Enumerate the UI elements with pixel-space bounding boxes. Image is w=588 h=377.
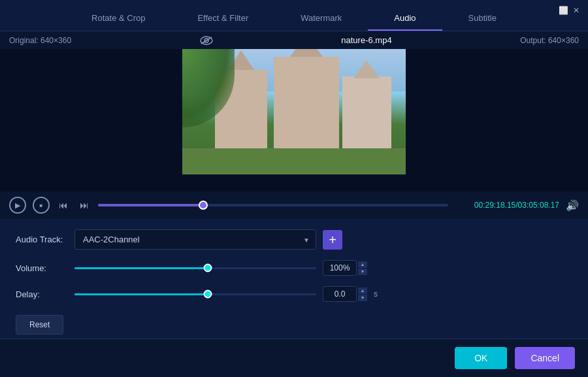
delay-up-btn[interactable]: ▲ [358, 287, 367, 294]
volume-up-btn[interactable]: ▲ [358, 261, 367, 268]
tab-subtitle[interactable]: Subtitle [442, 5, 523, 31]
progress-bar[interactable] [98, 204, 448, 206]
delay-slider-fill [74, 293, 208, 295]
cancel-button[interactable]: Cancel [515, 347, 575, 369]
volume-slider-fill [74, 267, 208, 269]
settings-area: Audio Track: AAC-2Channel MP3-Stereo AAC… [0, 219, 588, 345]
delay-value-input[interactable] [323, 286, 357, 302]
delay-row: Delay: ▲ ▼ s [16, 286, 572, 302]
tab-rotate-crop[interactable]: Rotate & Crop [65, 5, 171, 31]
play-button[interactable]: ▶ [9, 197, 26, 214]
prev-button[interactable]: ⏮ [56, 198, 71, 212]
volume-slider-track[interactable] [74, 267, 316, 269]
delay-unit-label: s [374, 289, 378, 299]
bottom-bar: OK Cancel [0, 338, 588, 377]
playback-controls: ▶ ■ ⏮ ⏭ 00:29:18.15/03:05:08.17 🔊 [0, 191, 588, 219]
output-resolution: Output: 640×360 [520, 36, 579, 45]
audio-track-select[interactable]: AAC-2Channel MP3-Stereo AAC-5.1 [74, 229, 316, 250]
volume-slider-thumb[interactable] [203, 264, 212, 272]
volume-slider-group: ▲ ▼ [74, 260, 572, 276]
time-display: 00:29:18.15/03:05:08.17 [455, 201, 559, 210]
next-button[interactable]: ⏭ [77, 198, 91, 212]
filename: nature-6.mp4 [341, 35, 391, 45]
tab-watermark[interactable]: Watermark [274, 5, 368, 31]
video-info-bar: Original: 640×360 nature-6.mp4 Output: 6… [0, 31, 588, 49]
volume-value-wrapper: ▲ ▼ [323, 260, 367, 276]
progress-fill [98, 204, 203, 206]
video-thumbnail [182, 49, 406, 174]
ok-button[interactable]: OK [455, 347, 507, 369]
close-button[interactable]: ✕ [571, 5, 581, 16]
video-area: Original: 640×360 nature-6.mp4 Output: 6… [0, 31, 588, 191]
delay-spinner: ▲ ▼ [358, 287, 367, 301]
maximize-button[interactable]: ⬜ [558, 5, 568, 16]
titlebar: ⬜ ✕ [551, 0, 588, 21]
volume-label: Volume: [16, 263, 68, 273]
progress-thumb[interactable] [199, 201, 208, 210]
delay-slider-thumb[interactable] [203, 290, 212, 299]
audio-track-row: Audio Track: AAC-2Channel MP3-Stereo AAC… [16, 229, 572, 250]
audio-track-dropdown-wrapper: AAC-2Channel MP3-Stereo AAC-5.1 ▼ [74, 229, 316, 250]
tabs-bar: Rotate & Crop Effect & Filter Watermark … [0, 0, 588, 31]
volume-down-btn[interactable]: ▼ [358, 269, 367, 275]
delay-value-wrapper: ▲ ▼ [323, 286, 367, 302]
volume-button[interactable]: 🔊 [566, 199, 579, 212]
delay-down-btn[interactable]: ▼ [358, 295, 367, 301]
stop-button[interactable]: ■ [33, 197, 50, 214]
visibility-toggle[interactable] [200, 36, 213, 45]
tab-effect-filter[interactable]: Effect & Filter [171, 5, 274, 31]
reset-button[interactable]: Reset [16, 315, 63, 335]
audio-track-label: Audio Track: [16, 235, 68, 244]
tab-audio[interactable]: Audio [368, 5, 442, 31]
add-track-button[interactable]: + [323, 230, 342, 250]
volume-row: Volume: ▲ ▼ [16, 260, 572, 276]
volume-value-input[interactable] [323, 260, 357, 276]
volume-spinner: ▲ ▼ [358, 261, 367, 275]
delay-label: Delay: [16, 289, 68, 299]
delay-slider-group: ▲ ▼ s [74, 286, 572, 302]
original-resolution: Original: 640×360 [9, 36, 71, 45]
delay-slider-track[interactable] [74, 293, 316, 295]
